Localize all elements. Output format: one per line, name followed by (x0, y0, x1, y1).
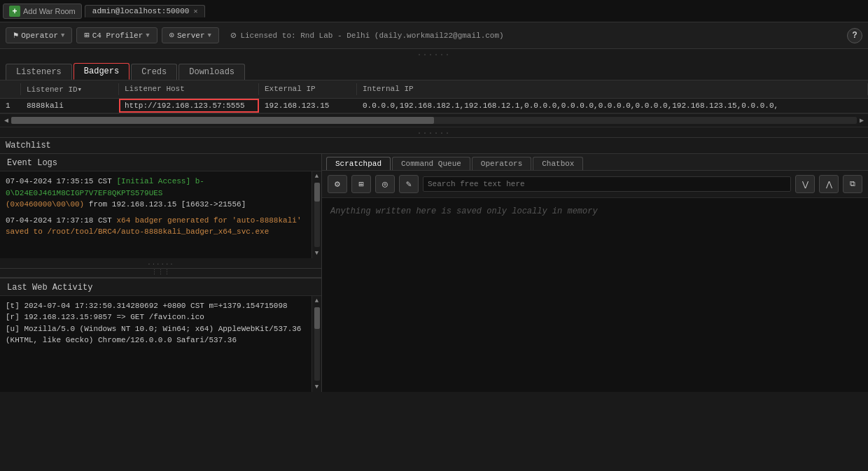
scroll-up-btn[interactable]: ▲ (314, 171, 320, 181)
scratchpad-tabs: Scratchpad Command Queue Operators Chatb… (322, 154, 868, 171)
web-scroll-side-thumb (314, 307, 320, 330)
server-button[interactable]: ⊙ Server ▼ (162, 27, 219, 43)
target-icon: ◎ (382, 178, 388, 190)
plus-icon: + (9, 6, 20, 17)
tab-downloads[interactable]: Downloads (178, 64, 245, 80)
tab-close-icon[interactable]: ✕ (193, 7, 197, 15)
col-listener-host: Listener Host (119, 83, 259, 95)
copy-icon: ⧉ (850, 180, 855, 188)
c4-profiler-icon: ⊞ (84, 30, 89, 41)
log-date-1: 07-04-2024 17:35:15 CST (6, 177, 116, 185)
scroll-right-arrow[interactable]: ▶ (857, 116, 867, 125)
watchlist-bar: Watchlist (0, 137, 868, 154)
panel-resize-handle[interactable]: ⋮⋮⋮ (0, 268, 321, 278)
cell-listener-host: http://192.168.123.57:5555 (119, 99, 259, 113)
operator-label: Operator (21, 31, 58, 40)
scroll-thumb (11, 117, 434, 124)
nav-down-button[interactable]: ⋁ (795, 175, 815, 193)
log-entry-1: 07-04-2024 17:35:15 CST [Initial Access]… (6, 176, 306, 211)
scratchpad-body[interactable]: Anything written here is saved only loca… (322, 198, 868, 392)
search-wrap[interactable] (423, 176, 791, 192)
web-activity-scroll-area: [t] 2024-07-04 17:32:50.314280692 +0800 … (0, 296, 321, 393)
table-row[interactable]: 1 8888kali http://192.168.123.57:5555 19… (0, 99, 868, 113)
right-panel: Scratchpad Command Queue Operators Chatb… (322, 154, 868, 392)
web-activity-title: Last Web Activity (0, 279, 321, 296)
table-dots: ...... (0, 127, 868, 137)
add-war-room-label: Add War Room (23, 7, 76, 15)
resize-dots: ⋮⋮⋮ (151, 269, 170, 276)
tab-chatbox[interactable]: Chatbox (533, 157, 583, 170)
eye-slash-icon: ⊘ (230, 29, 236, 41)
event-dots: ...... (0, 258, 321, 268)
add-war-room-button[interactable]: + Add War Room (3, 3, 82, 19)
web-scroll-up-btn[interactable]: ▲ (314, 296, 320, 306)
event-logs-scroll-area: 07-04-2024 17:35:15 CST [Initial Access]… (0, 171, 321, 258)
log-access-from: from 192.168.123.15 [16632->21556] (84, 200, 246, 209)
tab-operators[interactable]: Operators (472, 157, 531, 170)
settings-tool-button[interactable]: ⚙ (328, 175, 347, 193)
search-input[interactable] (428, 180, 526, 188)
left-sub-panels: Event Logs 07-04-2024 17:35:15 CST [Init… (0, 154, 321, 392)
license-text: Licensed to: Rnd Lab - Delhi (daily.work… (240, 31, 503, 40)
web-line-1: [t] 2024-07-04 17:32:50.314280692 +0800 … (6, 300, 306, 312)
main-tabs: Listeners Badgers Creds Downloads (0, 59, 868, 80)
web-activity-scrollbar[interactable]: ▲ ▼ (312, 296, 321, 393)
web-activity-content: [t] 2024-07-04 17:32:50.314280692 +0800 … (0, 296, 312, 393)
copy-button[interactable]: ⧉ (843, 175, 862, 193)
tab-command-queue[interactable]: Command Queue (392, 157, 470, 170)
edit-icon: ✎ (406, 178, 412, 190)
scratchpad-toolbar: ⚙ ⊞ ◎ ✎ ⋁ ⋀ ⧉ (322, 171, 868, 198)
server-icon: ⊙ (169, 30, 174, 41)
operator-icon: ⚑ (13, 30, 18, 41)
title-bar: + Add War Room admin@localhost:50000 ✕ (0, 0, 868, 22)
help-button[interactable]: ? (847, 28, 862, 43)
cell-listener-id: 8888kali (21, 99, 119, 113)
c4-profiler-dropdown-arrow: ▼ (146, 32, 149, 39)
web-scroll-side-track[interactable] (314, 307, 320, 381)
target-tool-button[interactable]: ◎ (375, 175, 395, 193)
horizontal-scrollbar[interactable]: ◀ ▶ (0, 113, 868, 127)
scroll-track[interactable] (11, 117, 857, 124)
operator-dropdown-arrow: ▼ (61, 32, 64, 39)
edit-tool-button[interactable]: ✎ (399, 175, 419, 193)
tab-badgers[interactable]: Badgers (74, 63, 130, 80)
table-header: Listener ID▾ Listener Host External IP I… (0, 80, 868, 99)
log-date-2: 07-04-2024 17:37:18 CST (6, 216, 116, 225)
tab-scratchpad[interactable]: Scratchpad (326, 157, 391, 170)
link-icon: ⊞ (358, 179, 363, 190)
link-tool-button[interactable]: ⊞ (351, 175, 371, 193)
active-tab[interactable]: admin@localhost:50000 ✕ (85, 5, 206, 17)
tab-creds[interactable]: Creds (131, 64, 177, 80)
scroll-side-track[interactable] (314, 183, 320, 247)
cell-internal-ip: 0.0.0.0,192.168.182.1,192.168.12.1,0.0.0… (357, 99, 868, 113)
c4-profiler-button[interactable]: ⊞ C4 Profiler ▼ (76, 27, 157, 43)
cell-num: 1 (0, 99, 21, 113)
log-entry-2: 07-04-2024 17:37:18 CST x64 badger gener… (6, 215, 306, 238)
event-logs-scrollbar[interactable]: ▲ ▼ (312, 171, 321, 258)
help-label: ? (852, 31, 857, 41)
server-label: Server (177, 31, 205, 40)
event-logs-title: Event Logs (0, 154, 321, 171)
web-activity-panel: Last Web Activity [t] 2024-07-04 17:32:5… (0, 278, 321, 393)
col-internal-ip: Internal IP (357, 83, 868, 95)
toolbar-dots: ...... (0, 49, 868, 59)
cell-external-ip: 192.168.123.15 (259, 99, 357, 113)
col-listener-id[interactable]: Listener ID▾ (21, 83, 119, 95)
web-scroll-down-btn[interactable]: ▼ (314, 382, 320, 392)
toolbar: ⚑ Operator ▼ ⊞ C4 Profiler ▼ ⊙ Server ▼ … (0, 22, 868, 49)
scroll-side-thumb (314, 183, 320, 202)
scroll-down-btn[interactable]: ▼ (314, 248, 320, 258)
left-panel: Event Logs 07-04-2024 17:35:15 CST [Init… (0, 154, 322, 392)
license-info: ⊘ Licensed to: Rnd Lab - Delhi (daily.wo… (230, 29, 504, 41)
tab-listeners[interactable]: Listeners (6, 64, 72, 80)
nav-up-button[interactable]: ⋀ (819, 175, 839, 193)
col-num (0, 83, 21, 95)
col-external-ip: External IP (259, 83, 357, 95)
operator-button[interactable]: ⚑ Operator ▼ (6, 27, 72, 43)
nav-up-icon: ⋀ (826, 180, 832, 189)
nav-down-icon: ⋁ (802, 180, 808, 189)
web-line-3: [u] Mozilla/5.0 (Windows NT 10.0; Win64;… (6, 323, 306, 346)
event-logs-content: 07-04-2024 17:35:15 CST [Initial Access]… (0, 171, 312, 258)
scroll-left-arrow[interactable]: ◀ (1, 116, 11, 125)
bottom-area: Event Logs 07-04-2024 17:35:15 CST [Init… (0, 154, 868, 392)
